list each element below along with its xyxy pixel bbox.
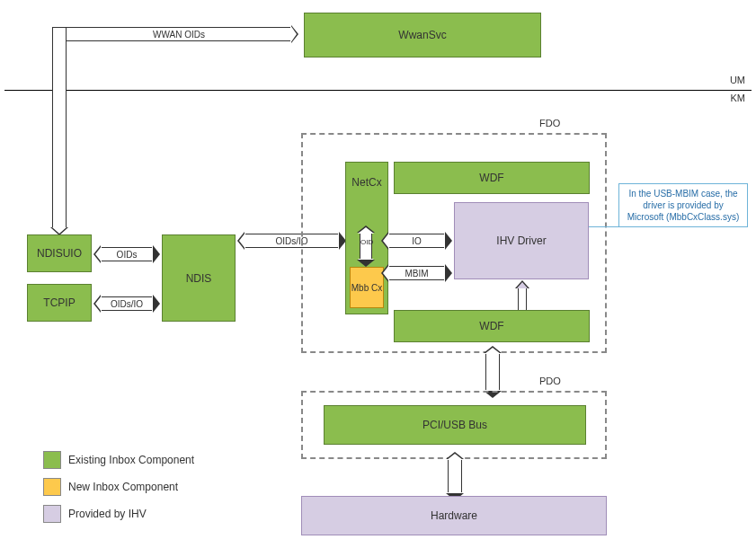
wwansvc-box: WwanSvc (304, 13, 541, 57)
ndisuio-box: NDISUIO (27, 234, 92, 272)
oids-arrow-ndisuio-ndis: OIDs (101, 247, 153, 261)
wwan-oids-arrow-label: WWAN OIDs (153, 30, 205, 40)
wdf-top-label: WDF (479, 172, 503, 184)
oids-arrow-label-1: OIDs (117, 250, 138, 260)
oids-io-arrow-label-1: OIDs/IO (111, 299, 143, 309)
elbow-cap-top (52, 27, 67, 28)
mbim-arrow: MBIM (388, 266, 445, 280)
wwansvc-label: WwanSvc (398, 29, 446, 41)
legend-existing-label: Existing Inbox Component (68, 454, 194, 466)
legend-swatch-new (43, 478, 61, 496)
legend-swatch-existing (43, 451, 61, 469)
legend-ihv-label: Provided by IHV (68, 508, 147, 520)
elbow-arrowhead-inner (52, 227, 67, 234)
mbbcx-label: Mbb Cx (351, 283, 382, 293)
legend-new-label: New Inbox Component (68, 481, 178, 493)
hardware-box: Hardware (301, 496, 607, 535)
hardware-label: Hardware (431, 509, 477, 522)
km-label: KM (731, 93, 746, 103)
ndis-box: NDIS (162, 234, 236, 322)
legend-swatch-ihv (43, 505, 61, 523)
um-label: UM (730, 75, 745, 85)
wdf-bottom-box: WDF (394, 310, 590, 342)
io-arrow: IO (388, 234, 445, 248)
io-arrow-label: IO (412, 236, 422, 246)
ndisuio-label: NDISUIO (37, 247, 82, 260)
tcpip-box: TCPIP (27, 284, 92, 322)
callout-text: In the USB-MBIM case, the driver is prov… (627, 189, 739, 222)
oids-io-arrow-tcpip-ndis: OIDs/IO (101, 296, 153, 311)
pci-usb-bus-box: PCI/USB Bus (324, 405, 586, 445)
ndis-label: NDIS (186, 272, 212, 285)
callout-box: In the USB-MBIM case, the driver is prov… (618, 183, 748, 227)
tcpip-label: TCPIP (43, 296, 75, 309)
pci-usb-bus-label: PCI/USB Bus (422, 419, 487, 431)
oid-vertical-arrow (360, 233, 372, 260)
mode-divider-line (4, 90, 752, 91)
ihv-wdf-conn-body (518, 288, 527, 310)
mbbcx-box: Mbb Cx (350, 267, 384, 308)
mbim-arrow-label: MBIM (405, 269, 428, 278)
fdo-caption: FDO (539, 118, 560, 128)
ihv-wdf-arrowhead-inner (517, 282, 528, 288)
ihv-driver-box: IHV Driver (454, 202, 589, 279)
netcx-label: NetCx (351, 176, 381, 189)
pdo-caption: PDO (539, 376, 561, 386)
wdf-bottom-label: WDF (479, 320, 503, 332)
callout-leader-line (589, 226, 618, 227)
fdo-pdo-arrow (485, 353, 500, 391)
ihv-driver-label: IHV Driver (496, 234, 546, 247)
wwan-oids-arrow: WWAN OIDs (67, 27, 291, 41)
pdo-hardware-arrow (448, 459, 462, 493)
oid-arrow-label: OID (360, 238, 373, 246)
wdf-top-box: WDF (394, 162, 590, 194)
wwan-oids-elbow (52, 27, 67, 229)
